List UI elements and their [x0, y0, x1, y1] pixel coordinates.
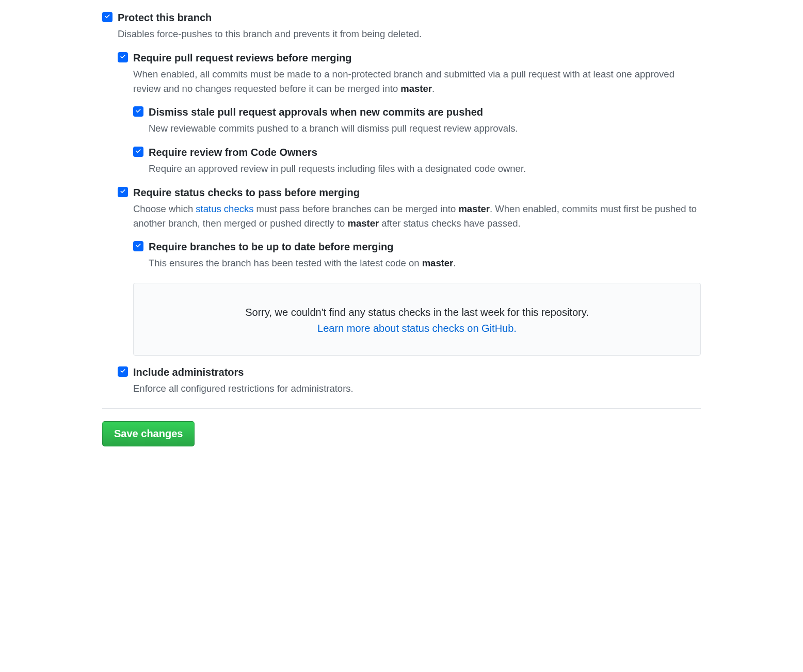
checkmark-icon — [135, 243, 142, 250]
status-desc-mid1: must pass before branches can be merged … — [253, 203, 458, 214]
status-desc-post: after status checks have passed. — [379, 218, 521, 229]
codeowners-desc: Require an approved review in pull reque… — [149, 162, 701, 176]
learn-more-status-link[interactable]: Learn more about status checks on GitHub… — [317, 323, 517, 334]
protect-this-branch-option: Protect this branch Disables force-pushe… — [102, 10, 701, 41]
status-title: Require status checks to pass before mer… — [133, 185, 701, 200]
admins-title: Include administrators — [133, 365, 701, 379]
require-reviews-option: Require pull request reviews before merg… — [118, 51, 701, 96]
dismiss-desc: New reviewable commits pushed to a branc… — [149, 121, 701, 136]
dismiss-checkbox[interactable] — [133, 106, 143, 117]
admins-checkbox[interactable] — [118, 366, 128, 377]
dismiss-title: Dismiss stale pull request approvals whe… — [149, 105, 701, 119]
checkmark-icon — [135, 148, 142, 155]
admins-desc: Enforce all configured restrictions for … — [133, 381, 701, 396]
codeowners-title: Require review from Code Owners — [149, 145, 701, 159]
uptodate-desc-post: . — [453, 258, 456, 268]
protect-title: Protect this branch — [118, 10, 701, 25]
protect-desc: Disables force-pushes to this branch and… — [118, 27, 701, 41]
uptodate-checkbox[interactable] — [133, 241, 143, 251]
dismiss-stale-option: Dismiss stale pull request approvals whe… — [133, 105, 701, 136]
status-branch2: master — [347, 218, 379, 229]
status-branch1: master — [458, 203, 490, 214]
status-box-text: Sorry, we couldn't find any status check… — [144, 304, 690, 321]
checkmark-icon — [119, 368, 126, 375]
codeowners-checkbox[interactable] — [133, 147, 143, 157]
uptodate-desc-pre: This ensures the branch has been tested … — [149, 258, 422, 268]
code-owners-option: Require review from Code Owners Require … — [133, 145, 701, 176]
include-admins-option: Include administrators Enforce all confi… — [118, 365, 701, 396]
checkmark-icon — [104, 13, 111, 21]
status-desc: Choose which status checks must pass bef… — [133, 202, 701, 231]
uptodate-title: Require branches to be up to date before… — [149, 239, 701, 254]
reviews-checkbox[interactable] — [118, 52, 128, 62]
status-checkbox[interactable] — [118, 187, 128, 197]
up-to-date-option: Require branches to be up to date before… — [133, 239, 701, 270]
status-checks-empty-box: Sorry, we couldn't find any status check… — [133, 283, 701, 356]
checkmark-icon — [135, 108, 142, 115]
reviews-desc-post: . — [432, 83, 435, 94]
save-changes-button[interactable]: Save changes — [102, 421, 195, 446]
reviews-desc: When enabled, all commits must be made t… — [133, 67, 701, 96]
reviews-title: Require pull request reviews before merg… — [133, 51, 701, 65]
checkmark-icon — [119, 54, 126, 61]
divider — [102, 408, 701, 409]
protect-checkbox[interactable] — [102, 12, 113, 22]
checkmark-icon — [119, 188, 126, 196]
status-checks-link[interactable]: status checks — [196, 203, 253, 214]
status-checks-option: Require status checks to pass before mer… — [118, 185, 701, 231]
status-desc-pre: Choose which — [133, 203, 196, 214]
reviews-branch: master — [400, 83, 432, 94]
uptodate-branch: master — [422, 258, 454, 268]
uptodate-desc: This ensures the branch has been tested … — [149, 256, 701, 270]
